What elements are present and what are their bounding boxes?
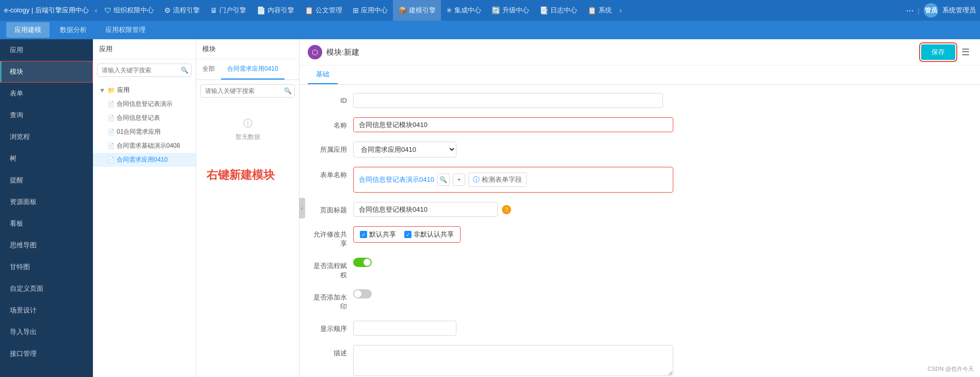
file-icon-4: 📄: [107, 156, 115, 163]
share-checkbox-group: ✓ 默认共享 ✓ 非默认认共享: [353, 226, 461, 243]
sidebar-item-import-export[interactable]: 导入导出: [0, 321, 93, 343]
org-icon: 🛡: [104, 6, 112, 14]
tab-basic[interactable]: 基础: [308, 66, 338, 84]
help-icon[interactable]: ?: [502, 205, 511, 214]
nav-item-system[interactable]: 📋 系统: [582, 0, 617, 21]
subnav-app-modeling[interactable]: 应用建模: [6, 22, 50, 38]
nav-item-flow[interactable]: ⚙ 流程引擎: [159, 0, 205, 21]
nav-item-modeling[interactable]: 📦 建模引擎: [393, 0, 441, 21]
app-panel-header: 应用: [93, 39, 196, 59]
form-row-flow-auth: 是否流程赋权: [312, 258, 968, 280]
form-row-desc: 描述: [312, 345, 968, 377]
share-control: ✓ 默认共享 ✓ 非默认认共享: [353, 226, 968, 243]
name-input[interactable]: [354, 118, 663, 132]
detail-panel: ⬡ 模块:新建 保存 ☰ 基础 ID: [299, 39, 980, 377]
save-button[interactable]: 保存: [921, 44, 955, 60]
module-search-input[interactable]: [200, 84, 295, 98]
detail-title: ⬡ 模块:新建: [308, 45, 359, 59]
nav-item-integration[interactable]: ✳ 集成中心: [441, 0, 486, 21]
nav-item-org[interactable]: 🛡 组织权限中心: [99, 0, 159, 21]
order-input[interactable]: [353, 321, 456, 336]
id-label: ID: [312, 93, 353, 104]
sidebar-item-form[interactable]: 表单: [0, 83, 93, 104]
detect-button[interactable]: ⓘ 检测表单字段: [468, 172, 527, 187]
nav-item-apps[interactable]: ⊞ 应用中心: [347, 0, 393, 21]
user-avatar[interactable]: 管员: [924, 3, 938, 18]
desc-control: [353, 345, 968, 377]
sidebar-item-module[interactable]: 模块: [0, 61, 93, 83]
nav-item-content[interactable]: 📄 内容引擎: [251, 0, 299, 21]
sidebar-item-remind[interactable]: 提醒: [0, 169, 93, 191]
sidebar-item-custom-page[interactable]: 自定义页面: [0, 278, 93, 300]
form-row-order: 显示顺序: [312, 321, 968, 336]
tree-child-contract-req[interactable]: 📄 01合同需求应用: [93, 125, 196, 139]
checkbox-checked-icon-1: ✓: [404, 231, 412, 238]
tree-folder-app[interactable]: ▼ 📁 应用: [93, 83, 196, 97]
tab-all[interactable]: 全部: [196, 59, 221, 80]
more-icon[interactable]: ···: [906, 5, 914, 16]
table-add-icon-btn[interactable]: +: [453, 174, 465, 186]
file-icon-3: 📄: [107, 143, 115, 149]
form-row-page-title: 页面标题 ?: [312, 202, 968, 217]
toggle-knob-flow: [363, 259, 371, 266]
detail-actions: 保存 ☰: [921, 44, 972, 60]
tree-child-contract-0410[interactable]: 📄 合同需求应用0410: [93, 153, 196, 167]
table-label: 表单名称: [312, 167, 353, 180]
nav-item-log[interactable]: 📑 日志中心: [534, 0, 582, 21]
app-panel: 应用 🔍 ▼ 📁 应用 📄 合同信息登记表演示 📄 合同信息登记表: [93, 39, 196, 377]
tab-contract-0410[interactable]: 合同需求应用0410: [221, 59, 284, 80]
sidebar-item-browse[interactable]: 浏览程: [0, 126, 93, 148]
page-title-input[interactable]: [353, 202, 498, 217]
table-name-link[interactable]: 合同信息登记表演示0410: [359, 175, 434, 184]
module-panel-header: 模块: [196, 39, 299, 59]
sidebar-item-gantt[interactable]: 甘特图: [0, 256, 93, 278]
app-tree: ▼ 📁 应用 📄 合同信息登记表演示 📄 合同信息登记表 📄 01合同需求应用: [93, 81, 196, 377]
nav-prev-arrow[interactable]: ‹: [93, 6, 100, 14]
menu-icon[interactable]: ☰: [959, 44, 972, 60]
page-title-row: ?: [353, 202, 968, 217]
watermark-control: [353, 289, 968, 299]
sidebar-item-tree[interactable]: 树: [0, 148, 93, 169]
nav-item-portal[interactable]: 🖥 门户引擎: [205, 0, 251, 21]
sidebar-item-api[interactable]: 接口管理: [0, 343, 93, 365]
app-select[interactable]: 合同需求应用0410: [353, 142, 456, 158]
flow-auth-control: [353, 258, 968, 267]
subnav-data-analysis[interactable]: 数据分析: [52, 22, 95, 38]
app-control: 合同需求应用0410: [353, 142, 968, 158]
module-search-box: 🔍: [200, 84, 295, 98]
table-search-icon-btn[interactable]: 🔍: [437, 174, 450, 186]
no-data-icon: ⓘ: [243, 117, 252, 130]
tree-child-contract-demo[interactable]: 📄 合同信息登记表演示: [93, 97, 196, 111]
subnav-app-permission[interactable]: 应用权限管理: [97, 22, 154, 38]
flow-auth-toggle[interactable]: [353, 258, 372, 267]
tree-child-contract-basic[interactable]: 📄 合同需求基础演示0408: [93, 139, 196, 153]
form-row-watermark: 是否添加水印: [312, 289, 968, 311]
main-layout: 应用 模块 表单 查询 浏览程 树 提醒 资源面板 看板 思维导图 甘特图: [0, 39, 980, 377]
desc-textarea[interactable]: [353, 345, 673, 376]
collapse-handle[interactable]: ‹: [299, 198, 305, 218]
toggle-knob-watermark: [354, 290, 361, 297]
app-search-input[interactable]: [97, 64, 192, 77]
sidebar-item-app[interactable]: 应用: [0, 39, 93, 61]
sidebar-item-resource[interactable]: 资源面板: [0, 191, 93, 213]
sidebar-item-kanban[interactable]: 看板: [0, 213, 93, 234]
share-default-checkbox[interactable]: ✓ 默认共享: [360, 230, 396, 239]
sidebar-item-scene-design[interactable]: 场景设计: [0, 300, 93, 321]
module-tabs: 全部 合同需求应用0410: [196, 59, 299, 80]
file-icon-1: 📄: [107, 115, 115, 121]
watermark-toggle[interactable]: [353, 289, 372, 299]
id-input[interactable]: [353, 93, 663, 108]
share-non-default-checkbox[interactable]: ✓ 非默认认共享: [404, 230, 454, 239]
form-row-name: 名称: [312, 117, 968, 132]
tree-child-contract-form[interactable]: 📄 合同信息登记表: [93, 111, 196, 125]
form-row-id: ID: [312, 93, 968, 108]
nav-item-docs[interactable]: 📋 公文管理: [299, 0, 347, 21]
watermark-label: CSDN @也许今天: [928, 365, 974, 373]
name-label: 名称: [312, 117, 353, 130]
sidebar-item-mindmap[interactable]: 思维导图: [0, 234, 93, 256]
detect-icon: ⓘ: [473, 175, 480, 184]
nav-item-upgrade[interactable]: 🔄 升级中心: [486, 0, 534, 21]
content-area: 应用 🔍 ▼ 📁 应用 📄 合同信息登记表演示 📄 合同信息登记表: [93, 39, 980, 377]
nav-next-arrow[interactable]: ›: [617, 6, 624, 14]
sidebar-item-query[interactable]: 查询: [0, 104, 93, 126]
